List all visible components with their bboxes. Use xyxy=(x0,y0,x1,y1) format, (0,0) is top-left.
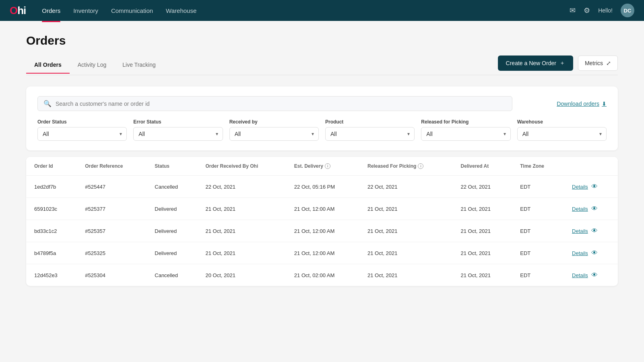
filter-error-status-select[interactable]: All xyxy=(133,127,223,141)
details-link[interactable]: Details xyxy=(572,206,588,212)
mail-icon[interactable]: ✉ xyxy=(570,6,576,15)
eye-icon[interactable]: 👁 xyxy=(591,249,598,257)
filter-product-label: Product xyxy=(325,119,415,125)
page-title: Orders xyxy=(26,34,618,47)
th-status: Status xyxy=(147,157,197,176)
nav-orders[interactable]: Orders xyxy=(42,6,60,16)
cell-est-delivery: 21 Oct, 02:00 AM xyxy=(286,264,359,286)
cell-status: Delivered xyxy=(147,198,197,220)
cell-timezone: EDT xyxy=(512,198,564,220)
th-order-id: Order Id xyxy=(26,157,77,176)
cell-actions: Details 👁 xyxy=(564,176,618,198)
create-order-button[interactable]: Create a New Order ＋ xyxy=(498,56,573,71)
tabs: All Orders Activity Log Live Tracking xyxy=(26,58,164,73)
tab-all-orders[interactable]: All Orders xyxy=(26,58,70,74)
tabs-row: All Orders Activity Log Live Tracking Cr… xyxy=(26,56,618,75)
tab-actions: Create a New Order ＋ Metrics ⤢ xyxy=(498,56,618,75)
filter-received-by-label: Received by xyxy=(229,119,319,125)
cell-status: Delivered xyxy=(147,220,197,242)
cell-order-ref: #525357 xyxy=(77,220,147,242)
cell-actions: Details 👁 xyxy=(564,264,618,286)
th-est-delivery: Est. Delivery i xyxy=(286,157,359,176)
nav-links: Orders Inventory Communication Warehouse xyxy=(42,6,570,16)
filter-product-select[interactable]: All xyxy=(325,127,415,141)
search-row: 🔍 Download orders ⬇ xyxy=(37,96,607,111)
filter-error-status-label: Error Status xyxy=(133,119,223,125)
cell-actions: Details 👁 xyxy=(564,242,618,264)
details-link[interactable]: Details xyxy=(572,228,588,234)
cell-released: 22 Oct, 2021 xyxy=(359,176,453,198)
cell-actions: Details 👁 xyxy=(564,198,618,220)
filter-received-by-select[interactable]: All xyxy=(229,127,319,141)
cell-status: Cancelled xyxy=(147,264,197,286)
cell-timezone: EDT xyxy=(512,220,564,242)
cell-est-delivery: 21 Oct, 12:00 AM xyxy=(286,220,359,242)
cell-order-ref: #525325 xyxy=(77,242,147,264)
filter-released-picking: Released for Picking All xyxy=(421,119,510,141)
logo-hi: hi xyxy=(17,4,26,16)
filter-card: 🔍 Download orders ⬇ Order Status All Del… xyxy=(26,86,618,150)
cell-status: Delivered xyxy=(147,242,197,264)
eye-icon[interactable]: 👁 xyxy=(591,205,598,212)
filter-order-status-select[interactable]: All Delivered Cancelled xyxy=(37,127,127,141)
avatar[interactable]: DC xyxy=(621,4,634,17)
cell-est-delivery: 21 Oct, 12:00 AM xyxy=(286,198,359,220)
filter-released-picking-select[interactable]: All xyxy=(421,127,510,141)
filter-released-picking-wrap: All xyxy=(421,127,510,141)
cell-order-ref: #525377 xyxy=(77,198,147,220)
filter-error-status-wrap: All xyxy=(133,127,223,141)
download-orders-link[interactable]: Download orders ⬇ xyxy=(557,101,607,107)
nav-inventory[interactable]: Inventory xyxy=(73,6,98,16)
logo[interactable]: Ohi xyxy=(10,4,26,17)
filter-warehouse-label: Warehouse xyxy=(517,119,607,125)
eye-icon[interactable]: 👁 xyxy=(591,272,598,279)
filters-row: Order Status All Delivered Cancelled Err… xyxy=(37,119,607,141)
filter-released-picking-label: Released for Picking xyxy=(421,119,510,125)
nav-communication[interactable]: Communication xyxy=(111,6,153,16)
filter-product-wrap: All xyxy=(325,127,415,141)
eye-icon[interactable]: 👁 xyxy=(591,227,598,234)
search-icon: 🔍 xyxy=(43,100,52,107)
search-input[interactable] xyxy=(56,101,506,107)
cell-order-id: bd33c1c2 xyxy=(26,220,77,242)
settings-icon[interactable]: ⚙ xyxy=(584,6,590,15)
cell-received: 20 Oct, 2021 xyxy=(198,264,286,286)
download-icon: ⬇ xyxy=(602,101,607,107)
cell-est-delivery: 22 Oct, 05:16 PM xyxy=(286,176,359,198)
cell-timezone: EDT xyxy=(512,242,564,264)
metrics-button[interactable]: Metrics ⤢ xyxy=(578,56,618,71)
table-card: Order Id Order Reference Status Order Re… xyxy=(26,157,618,286)
cell-delivered: 21 Oct, 2021 xyxy=(453,220,512,242)
cell-released: 21 Oct, 2021 xyxy=(359,198,453,220)
filter-error-status: Error Status All xyxy=(133,119,223,141)
page-container: Orders All Orders Activity Log Live Trac… xyxy=(10,21,634,299)
cell-order-id: 1ed2df7b xyxy=(26,176,77,198)
filter-product: Product All xyxy=(325,119,415,141)
filter-warehouse-wrap: All xyxy=(517,127,607,141)
filter-warehouse-select[interactable]: All xyxy=(517,127,607,141)
logo-o: O xyxy=(10,4,17,16)
filter-order-status-label: Order Status xyxy=(37,119,127,125)
navbar: Ohi Orders Inventory Communication Wareh… xyxy=(0,0,644,21)
filter-warehouse: Warehouse All xyxy=(517,119,607,141)
th-delivered: Delivered At xyxy=(453,157,512,176)
details-link[interactable]: Details xyxy=(572,184,588,190)
tab-activity-log[interactable]: Activity Log xyxy=(70,58,115,74)
th-actions xyxy=(564,157,618,176)
cell-order-ref: #525447 xyxy=(77,176,147,198)
cell-delivered: 21 Oct, 2021 xyxy=(453,198,512,220)
details-link[interactable]: Details xyxy=(572,250,588,256)
cell-delivered: 21 Oct, 2021 xyxy=(453,242,512,264)
cell-delivered: 22 Oct, 2021 xyxy=(453,176,512,198)
filter-order-status-wrap: All Delivered Cancelled xyxy=(37,127,127,141)
nav-warehouse[interactable]: Warehouse xyxy=(166,6,196,16)
cell-released: 21 Oct, 2021 xyxy=(359,264,453,286)
cell-order-id: b4789f5a xyxy=(26,242,77,264)
filter-order-status: Order Status All Delivered Cancelled xyxy=(37,119,127,141)
cell-timezone: EDT xyxy=(512,176,564,198)
details-link[interactable]: Details xyxy=(572,272,588,278)
table-row: b4789f5a #525325 Delivered 21 Oct, 2021 … xyxy=(26,242,618,264)
th-timezone: Time Zone xyxy=(512,157,564,176)
tab-live-tracking[interactable]: Live Tracking xyxy=(114,58,163,74)
eye-icon[interactable]: 👁 xyxy=(591,183,598,190)
